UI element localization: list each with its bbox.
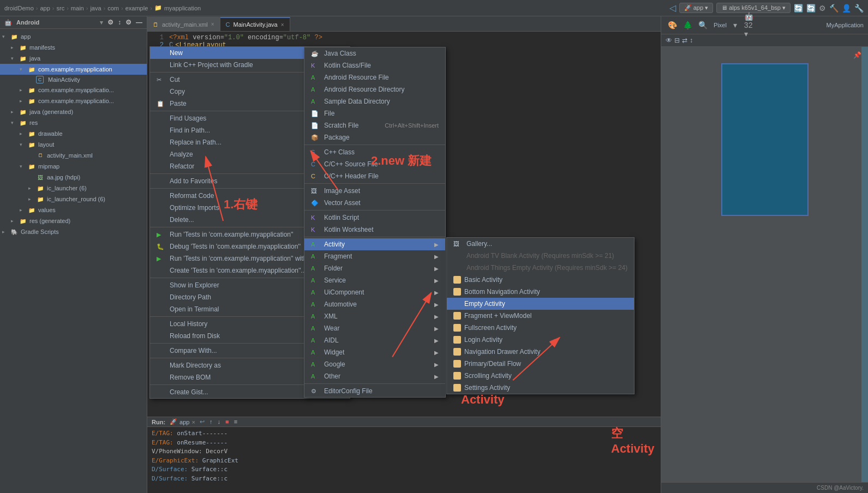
settings-icon[interactable]: ⚙ [125, 19, 131, 26]
menu-item-widget[interactable]: A Widget ▶ [304, 346, 445, 358]
tree-item-manifests[interactable]: ▸ 📁 manifests [0, 42, 147, 53]
menu-item-wear[interactable]: A Wear ▶ [304, 322, 445, 334]
component-tree-icon[interactable]: 🌲 [681, 19, 694, 32]
menu-item-sample-data-dir[interactable]: A Sample Data Directory [304, 95, 445, 107]
sync-project-icon[interactable]: ⚙ [107, 19, 113, 26]
menu-item-cpp-source[interactable]: C C/C++ Source File [304, 158, 445, 170]
api-select-icon[interactable]: 🤖 32 ▾ [744, 19, 757, 32]
menu-item-automotive[interactable]: A Automotive ▶ [304, 298, 445, 310]
tree-item-aa-jpg[interactable]: 🖼 aa.jpg (hdpi) [0, 172, 147, 183]
device-select-icon[interactable]: ▾ [729, 19, 742, 32]
tree-item-package-test[interactable]: ▸ 📁 com.example.myapplicatio... [0, 85, 147, 95]
tree-item-values[interactable]: ▸ 📁 values [0, 205, 147, 215]
tree-item-activity-main-xml[interactable]: 🗒 activity_main.xml [0, 150, 147, 161]
back-icon[interactable]: ◁ [669, 3, 676, 13]
menu-item-fragment-viewmodel[interactable]: Fragment + ViewModel [447, 310, 634, 322]
tree-item-res[interactable]: ▾ 📁 res [0, 117, 147, 128]
menu-item-image-asset[interactable]: 🖼 Image Asset [304, 185, 445, 197]
tree-item-java[interactable]: ▾ 📁 java [0, 53, 147, 64]
tree-item-res-generated[interactable]: ▸ 📁 res (generated) [0, 215, 147, 226]
menu-item-new[interactable]: New ▶ ☕ Java Class K Kotlin Class/File [150, 47, 350, 59]
menu-item-scrolling[interactable]: Scrolling Activity [447, 370, 634, 382]
menu-item-settings[interactable]: Settings Activity [447, 382, 634, 394]
menu-item-scratch-file[interactable]: 📄 Scratch File Ctrl+Alt+Shift+Insert [304, 119, 445, 131]
breadcrumb-item[interactable]: example [125, 5, 148, 11]
tree-item-app[interactable]: ▾ 📁 app [0, 31, 147, 42]
tree-item-mainactivity[interactable]: C MainActivity [0, 75, 147, 85]
filter-icon[interactable]: ≡ [234, 418, 237, 425]
menu-item-basic-activity[interactable]: Basic Activity [447, 274, 634, 286]
menu-item-bottom-nav[interactable]: Bottom Navigation Activity [447, 286, 634, 298]
close-tab-icon[interactable]: × [281, 22, 284, 28]
menu-item-uicomponent[interactable]: A UiComponent ▶ [304, 286, 445, 298]
tab-activity-main-xml[interactable]: 🗒 activity_main.xml × [147, 17, 220, 31]
menu-item-editorconfig[interactable]: ⚙ EditorConfig File [304, 385, 445, 397]
minimize-icon[interactable]: — [136, 19, 142, 26]
menu-item-fullscreen[interactable]: Fullscreen Activity [447, 322, 634, 334]
tree-item-package-main[interactable]: ▾ 📁 com.example.myapplication [0, 64, 147, 75]
breadcrumb-item[interactable]: app [40, 5, 50, 11]
split-icon[interactable]: ⊟ [674, 37, 680, 44]
menu-item-fragment[interactable]: A Fragment ▶ [304, 250, 445, 262]
menu-item-package[interactable]: 📦 Package [304, 131, 445, 143]
menu-item-kotlin-worksheet[interactable]: K Kotlin Worksheet [304, 224, 445, 236]
tree-item-package-androidtest[interactable]: ▸ 📁 com.example.myapplicatio... [0, 95, 147, 106]
refresh-icon[interactable]: 🔄 [794, 4, 803, 13]
run-controls: ↩ ↑ ↓ ■ ≡ [200, 418, 237, 425]
menu-item-android-resource-file[interactable]: A Android Resource File [304, 71, 445, 83]
menu-item-folder[interactable]: A Folder ▶ [304, 262, 445, 274]
tree-item-java-generated[interactable]: ▸ 📁 java (generated) [0, 106, 147, 117]
menu-item-android-resource-dir[interactable]: A Android Resource Directory [304, 83, 445, 95]
build-icon[interactable]: 🔨 [829, 4, 839, 13]
menu-item-login[interactable]: Login Activity [447, 334, 634, 346]
scroll-down-icon[interactable]: ↓ [217, 418, 220, 425]
close-tab-icon[interactable]: × [211, 21, 214, 27]
menu-item-google[interactable]: A Google ▶ [304, 358, 445, 370]
restart-icon[interactable]: ↩ [200, 418, 205, 425]
tree-item-ic-launcher[interactable]: ▸ 📁 ic_launcher (6) [0, 183, 147, 194]
breadcrumb-item[interactable]: droidDemo [4, 5, 34, 11]
profile-icon[interactable]: 👤 [842, 4, 851, 13]
tree-item-mipmap[interactable]: ▾ 📁 mipmap [0, 161, 147, 172]
menu-item-file[interactable]: 📄 File [304, 107, 445, 119]
menu-item-gallery[interactable]: 🖼 Gallery... [447, 238, 634, 250]
breadcrumb-item[interactable]: java [90, 5, 101, 11]
menu-item-aidl[interactable]: A AIDL ▶ [304, 334, 445, 346]
menu-item-kotlin-script[interactable]: K Kotlin Script [304, 212, 445, 224]
rotate-icon[interactable]: ↕ [690, 37, 693, 44]
menu-item-xml[interactable]: A XML ▶ [304, 310, 445, 322]
menu-item-nav-drawer[interactable]: Navigation Drawer Activity [447, 346, 634, 358]
collapse-icon[interactable]: ↕ [118, 19, 121, 26]
sdk-icon[interactable]: 🔧 [854, 4, 864, 13]
breadcrumb-item[interactable]: myapplication [164, 5, 201, 11]
run-app-tab[interactable]: app [179, 419, 189, 425]
eye-icon[interactable]: 👁 [666, 37, 672, 44]
menu-item-primary-detail[interactable]: Primary/Detail Flow [447, 358, 634, 370]
app-dropdown[interactable]: 🚀 app ▾ [679, 3, 713, 13]
zoom-actual-icon[interactable]: 🔍 [696, 19, 709, 32]
menu-item-cpp-header[interactable]: C C/C++ Header File [304, 170, 445, 182]
scroll-up-icon[interactable]: ↑ [209, 418, 213, 425]
swap-icon[interactable]: ⇄ [682, 37, 687, 44]
menu-item-kotlin-class[interactable]: K Kotlin Class/File [304, 59, 445, 71]
sync-icon[interactable]: 🔄 [806, 4, 816, 13]
close-run-icon[interactable]: × [191, 419, 195, 425]
menu-item-other[interactable]: A Other ▶ [304, 370, 445, 382]
menu-item-empty-activity[interactable]: Empty Activity [447, 298, 634, 310]
stop-icon[interactable]: ■ [225, 418, 229, 425]
menu-item-cpp-class[interactable]: S C++ Class [304, 146, 445, 158]
menu-item-service[interactable]: A Service ▶ [304, 274, 445, 286]
tree-item-gradle-scripts[interactable]: ▸ 🐘 Gradle Scripts [0, 226, 147, 237]
tab-mainactivity-java[interactable]: C MainActivity.java × [220, 17, 290, 31]
tree-item-drawable[interactable]: ▸ 📁 drawable [0, 128, 147, 139]
breadcrumb-item[interactable]: src [57, 5, 65, 11]
menu-item-java-class[interactable]: ☕ Java Class [304, 47, 445, 59]
breadcrumb-item[interactable]: com [107, 5, 119, 11]
menu-item-vector-asset[interactable]: 🔷 Vector Asset [304, 197, 445, 209]
tree-item-layout[interactable]: ▾ 📁 layout [0, 139, 147, 150]
tree-item-ic-launcher-round[interactable]: ▸ 📁 ic_launcher_round (6) [0, 194, 147, 205]
palette-icon[interactable]: 🎨 [666, 19, 679, 32]
settings-icon[interactable]: ⚙ [819, 4, 826, 13]
menu-item-activity[interactable]: A Activity ▶ 🖼 Gallery... [304, 238, 445, 250]
breadcrumb-item[interactable]: main [71, 5, 84, 11]
